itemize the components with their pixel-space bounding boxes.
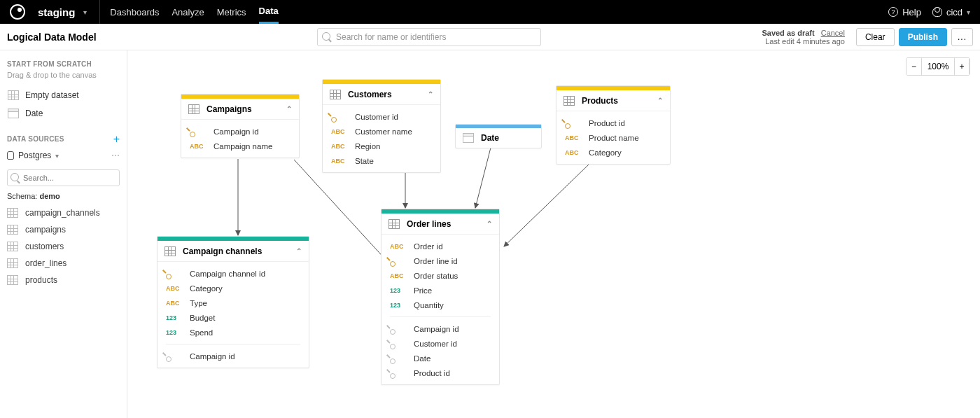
field-label: Customer id [355, 113, 398, 121]
clear-button[interactable]: Clear [856, 28, 895, 46]
search-wrap [317, 28, 541, 46]
svg-line-4 [504, 164, 589, 246]
datasource-search-input[interactable] [7, 169, 120, 186]
text-type-icon: ABC [390, 243, 407, 250]
field-row[interactable]: ABCState [323, 153, 440, 168]
app-logo-icon[interactable] [10, 4, 25, 20]
field-row[interactable]: Customer id [323, 109, 440, 124]
collapse-icon[interactable]: ⌃ [486, 220, 492, 228]
connection-more-icon[interactable]: ⋯ [111, 151, 120, 160]
user-label: cicd [946, 7, 962, 18]
source-table-item[interactable]: products [7, 272, 120, 288]
field-row[interactable]: 123Quantity [382, 298, 499, 312]
collapse-icon[interactable]: ⌃ [657, 97, 663, 104]
source-table-label: campaign_channels [25, 208, 100, 218]
field-row[interactable]: ABCOrder id [382, 239, 499, 253]
field-label: Customer name [355, 127, 412, 136]
search-icon [322, 32, 330, 41]
field-label: Price [414, 286, 432, 295]
field-row[interactable]: ABCCampaign name [181, 139, 299, 153]
text-type-icon: ABC [331, 143, 348, 150]
collapse-icon[interactable]: ⌃ [286, 105, 292, 113]
field-row[interactable]: 123Price [382, 283, 499, 298]
field-row[interactable]: Customer id [382, 336, 499, 351]
field-row[interactable]: ABCOrder status [382, 268, 499, 283]
source-table-item[interactable]: order_lines [7, 255, 120, 272]
help-label: Help [902, 7, 921, 18]
zoom-in-button[interactable]: + [954, 58, 969, 75]
table-icon [388, 219, 400, 229]
scratch-hint: Drag & drop to the canvas [7, 71, 120, 79]
source-table-item[interactable]: campaign_channels [7, 204, 120, 221]
empty-dataset-label: Empty dataset [25, 90, 79, 100]
schema-label: Schema: [7, 192, 37, 200]
nav-analyze[interactable]: Analyze [172, 0, 204, 24]
nav: Dashboards Analyze Metrics Data [110, 0, 278, 24]
calendar-icon [8, 109, 19, 118]
zoom-out-button[interactable]: − [906, 58, 922, 75]
help-link[interactable]: ? Help [888, 7, 921, 18]
entity-date[interactable]: Date [455, 124, 542, 148]
field-row[interactable]: 123Budget [158, 310, 309, 325]
canvas[interactable]: − 100% + Campaign [127, 50, 980, 418]
canvas-search-input[interactable] [317, 28, 541, 46]
search-icon [10, 173, 19, 181]
workspace-chevron-icon[interactable]: ▾ [83, 8, 87, 16]
connection-name: Postgres [18, 151, 51, 160]
add-datasource-button[interactable]: + [113, 133, 120, 146]
entity-campaign-channels[interactable]: Campaign channels ⌃ Campaign channel idA… [157, 236, 309, 368]
user-menu[interactable]: cicd ▾ [932, 7, 970, 18]
entity-order-lines[interactable]: Order lines ⌃ ABCOrder idOrder line idAB… [381, 209, 500, 385]
field-row[interactable]: ABCRegion [323, 139, 440, 153]
field-row[interactable]: Campaign channel id [158, 266, 309, 281]
field-row[interactable]: ABCProduct name [556, 130, 670, 145]
source-table-label: order_lines [25, 258, 66, 268]
field-label: Spend [190, 328, 213, 337]
field-row[interactable]: ABCCategory [158, 281, 309, 295]
save-status-text: Saved as draft [762, 29, 814, 37]
nav-metrics[interactable]: Metrics [217, 0, 246, 24]
entity-products[interactable]: Products ⌃ Product idABCProduct nameABCC… [556, 85, 671, 165]
entity-campaigns[interactable]: Campaigns ⌃ Campaign idABCCampaign name [181, 94, 300, 158]
text-type-icon: ABC [331, 158, 348, 165]
sidebar: START FROM SCRATCH Drag & drop to the ca… [0, 50, 127, 418]
text-type-icon: ABC [565, 134, 582, 141]
nav-data[interactable]: Data [259, 0, 279, 24]
date-item[interactable]: Date [7, 104, 120, 123]
field-row[interactable]: Campaign id [181, 124, 299, 139]
field-row[interactable]: Product id [382, 365, 499, 380]
empty-dataset-item[interactable]: Empty dataset [7, 86, 120, 104]
collapse-icon[interactable]: ⌃ [296, 247, 302, 255]
entity-customers[interactable]: Customers ⌃ Customer idABCCustomer nameA… [322, 79, 441, 173]
field-row[interactable]: Campaign id [158, 349, 309, 363]
field-row[interactable]: ABCCategory [556, 145, 670, 160]
field-row[interactable]: 123Spend [158, 325, 309, 340]
field-label: Campaign channel id [190, 270, 265, 278]
nav-dashboards[interactable]: Dashboards [110, 0, 159, 24]
entity-title: Date [481, 133, 499, 143]
cancel-link[interactable]: Cancel [821, 29, 845, 37]
field-row[interactable]: ABCType [158, 295, 309, 310]
field-row[interactable]: Date [382, 351, 499, 365]
source-table-item[interactable]: customers [7, 238, 120, 255]
field-label: Type [190, 299, 207, 307]
more-button[interactable]: ... [951, 28, 973, 46]
field-row[interactable]: Order line id [382, 253, 499, 268]
last-edit-text: Last edit 4 minutes ago [762, 37, 845, 46]
field-label: Region [355, 142, 380, 151]
field-label: Campaign id [414, 325, 459, 333]
field-separator [166, 344, 300, 344]
field-row[interactable]: Campaign id [382, 321, 499, 336]
field-row[interactable]: ABCCustomer name [323, 124, 440, 139]
collapse-icon[interactable]: ⌃ [428, 90, 433, 98]
dataset-icon [8, 90, 19, 100]
publish-button[interactable]: Publish [899, 28, 947, 46]
text-type-icon: ABC [166, 300, 183, 307]
datasource-search-wrap [7, 169, 120, 186]
text-type-icon: ABC [565, 149, 582, 156]
field-row[interactable]: Product id [556, 116, 670, 130]
source-table-item[interactable]: campaigns [7, 221, 120, 238]
entity-title: Campaigns [206, 104, 252, 114]
field-label: Category [589, 148, 622, 157]
datasource-connection[interactable]: Postgres ▾ ⋯ [7, 146, 120, 165]
